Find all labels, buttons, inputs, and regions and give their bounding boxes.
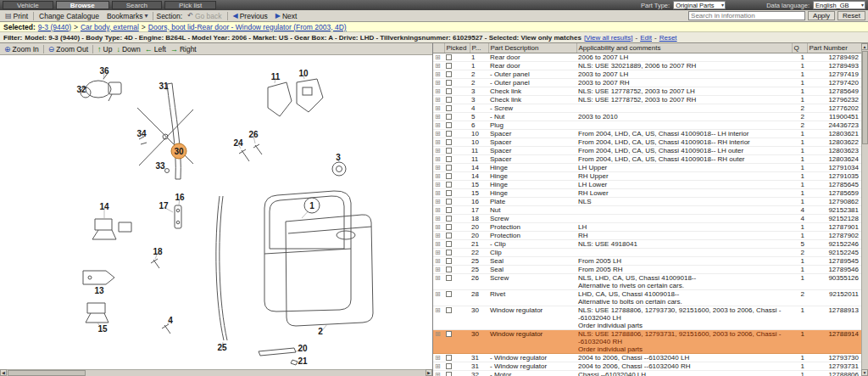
scroll-left-icon[interactable]: ◀ — [0, 369, 7, 376]
table-row[interactable]: ⊞ 28 Rivet LHD, CA, US, Chassi 41009018-… — [433, 289, 861, 306]
scroll-down-icon[interactable]: ▼ — [861, 369, 868, 376]
table-row[interactable]: ⊞ 31 - Window regulator 2004 to 2006, Ch… — [433, 362, 861, 370]
picked-checkbox[interactable] — [446, 291, 452, 297]
expand-icon[interactable]: ⊞ — [435, 354, 441, 362]
picked-checkbox[interactable] — [446, 199, 452, 205]
bookmarks-button[interactable]: Bookmarks▾ — [104, 12, 151, 20]
table-row[interactable]: ⊞ 21 - Clip NLS: USE 4918041 5 92152246 — [433, 239, 861, 248]
picked-checkbox[interactable] — [446, 331, 452, 337]
table-row[interactable]: ⊞ 20 Protection LH 1 12787901 — [433, 222, 861, 231]
tab-search[interactable]: Search — [112, 1, 162, 9]
picked-checkbox[interactable] — [446, 182, 452, 188]
expand-icon[interactable]: ⊞ — [435, 306, 441, 314]
table-row[interactable]: ⊞ 30 Window regulator NLS: USE 12788806,… — [433, 329, 861, 353]
table-row[interactable]: ⊞ 20 Protection RH 1 12787902 — [433, 231, 861, 239]
exploded-view-canvas[interactable]: 3632313430331110262431416171181315422520… — [0, 55, 432, 369]
expand-icon[interactable]: ⊞ — [435, 155, 441, 163]
picked-checkbox[interactable] — [446, 250, 452, 255]
expand-icon[interactable]: ⊞ — [435, 113, 441, 121]
picked-checkbox[interactable] — [446, 307, 452, 313]
picked-checkbox[interactable] — [446, 355, 452, 361]
table-row[interactable]: ⊞ 10 Spacer From 2004, LHD, CA, US, Chas… — [433, 129, 861, 137]
table-row[interactable]: ⊞ 32 - Motor Chassi --61032040 LH 1 1278… — [433, 370, 861, 376]
table-row[interactable]: ⊞ 14 Hinge RH Upper 1 12791035 — [433, 171, 861, 180]
diagram-horizontal-scrollbar[interactable]: ◀ ▶ — [0, 369, 432, 376]
breadcrumb-model-link[interactable]: 9-3 (9440) — [38, 23, 71, 31]
table-row[interactable]: ⊞ 1 Rear door 2006 to 2007 LH 1 12789492 — [433, 53, 861, 61]
picked-checkbox[interactable] — [446, 88, 452, 94]
tab-browse[interactable]: Browse — [56, 1, 109, 9]
picked-checkbox[interactable] — [446, 71, 452, 77]
search-input[interactable] — [688, 11, 805, 20]
picked-checkbox[interactable] — [446, 105, 452, 111]
table-row[interactable]: ⊞ 3 Check link NLS: USE 12778752, 2003 t… — [433, 95, 861, 104]
expand-icon[interactable]: ⊞ — [435, 121, 441, 129]
tab-pick-list[interactable]: Pick list — [164, 1, 216, 9]
table-row[interactable]: ⊞ 11 Spacer From 2004, LHD, CA, US, Chas… — [433, 154, 861, 163]
scroll-up-icon[interactable]: ▲ — [861, 43, 868, 50]
picked-checkbox[interactable] — [446, 372, 452, 376]
table-row[interactable]: ⊞ 18 Screw 4 92152128 — [433, 214, 861, 222]
picked-checkbox[interactable] — [446, 131, 452, 137]
picked-checkbox[interactable] — [446, 80, 452, 86]
expand-icon[interactable]: ⊞ — [435, 96, 441, 104]
filter-reset-link[interactable]: Reset — [659, 34, 677, 42]
table-row[interactable]: ⊞ 11 Spacer From 2004, LHD, CA, US, Chas… — [433, 146, 861, 154]
table-row[interactable]: ⊞ 14 Hinge LH Upper 1 12791034 — [433, 163, 861, 171]
change-catalogue-button[interactable]: Change Catalogue — [36, 12, 102, 20]
picked-checkbox[interactable] — [446, 165, 452, 171]
table-row[interactable]: ⊞ 5 - Nut 2003 to 2010 2 11900451 — [433, 112, 861, 121]
breadcrumb-section-link[interactable]: Doors, boot lid-Rear door - Window regul… — [148, 23, 347, 31]
table-row[interactable]: ⊞ 15 Hinge LH Lower 1 12785645 — [433, 180, 861, 188]
pan-left-button[interactable]: ←Left — [145, 45, 166, 53]
expand-icon[interactable]: ⊞ — [435, 362, 441, 370]
picked-checkbox[interactable] — [446, 173, 452, 179]
table-row[interactable]: ⊞ 25 Seal From 2005 LH 1 12789545 — [433, 256, 861, 265]
expand-icon[interactable]: ⊞ — [435, 240, 441, 248]
table-row[interactable]: ⊞ 31 - Window regulator 2004 to 2006, Ch… — [433, 353, 861, 362]
expand-icon[interactable]: ⊞ — [435, 274, 441, 282]
breadcrumb-group-link[interactable]: Car body, external — [81, 23, 139, 31]
picked-checkbox[interactable] — [446, 267, 452, 272]
tab-vehicle[interactable]: Vehicle — [3, 1, 53, 9]
expand-icon[interactable]: ⊞ — [435, 164, 441, 171]
picked-checkbox[interactable] — [446, 207, 452, 213]
picked-checkbox[interactable] — [446, 275, 452, 281]
expand-icon[interactable]: ⊞ — [435, 79, 441, 87]
picked-checkbox[interactable] — [446, 148, 452, 154]
part-type-select[interactable]: Original Parts▾ — [673, 1, 726, 9]
picked-checkbox[interactable] — [446, 139, 452, 145]
pan-up-button[interactable]: ↑Up — [97, 45, 112, 53]
picked-checkbox[interactable] — [446, 97, 452, 103]
apply-button[interactable]: Apply — [808, 11, 835, 20]
table-row[interactable]: ⊞ 22 Clip 2 92152245 — [433, 248, 861, 256]
expand-icon[interactable]: ⊞ — [435, 130, 441, 137]
picked-checkbox[interactable] — [446, 258, 452, 264]
filter-edit-link[interactable]: Edit — [640, 34, 652, 42]
expand-icon[interactable]: ⊞ — [435, 198, 441, 205]
expand-icon[interactable]: ⊞ — [435, 232, 441, 239]
picked-checkbox[interactable] — [446, 122, 452, 128]
expand-icon[interactable]: ⊞ — [435, 206, 441, 214]
expand-icon[interactable]: ⊞ — [435, 223, 441, 231]
picked-checkbox[interactable] — [446, 233, 452, 239]
expand-icon[interactable]: ⊞ — [435, 181, 441, 188]
reset-button[interactable]: Reset — [837, 11, 865, 20]
expand-icon[interactable]: ⊞ — [435, 266, 441, 273]
table-row[interactable]: ⊞ 17 Nut 4 92152381 — [433, 205, 861, 214]
table-row[interactable]: ⊞ 25 Seal From 2005 RH 1 12789546 — [433, 265, 861, 273]
picked-checkbox[interactable] — [446, 224, 452, 230]
expand-icon[interactable]: ⊞ — [435, 147, 441, 154]
pan-right-button[interactable]: →Right — [170, 45, 197, 53]
picked-checkbox[interactable] — [446, 54, 452, 60]
expand-icon[interactable]: ⊞ — [435, 189, 441, 197]
view-all-results-link[interactable]: [View all results] — [584, 34, 633, 42]
expand-icon[interactable]: ⊞ — [435, 257, 441, 265]
expand-icon[interactable]: ⊞ — [435, 290, 441, 298]
part-callouts[interactable]: 3632313430331110262431416171181315422520… — [76, 66, 341, 366]
next-button[interactable]: ▶Next — [273, 12, 300, 20]
picked-checkbox[interactable] — [446, 156, 452, 162]
expand-icon[interactable]: ⊞ — [435, 215, 441, 222]
table-row[interactable]: ⊞ 2 - Outer panel 2003 to 2007 RH 1 1279… — [433, 78, 861, 87]
expand-icon[interactable]: ⊞ — [435, 104, 441, 112]
